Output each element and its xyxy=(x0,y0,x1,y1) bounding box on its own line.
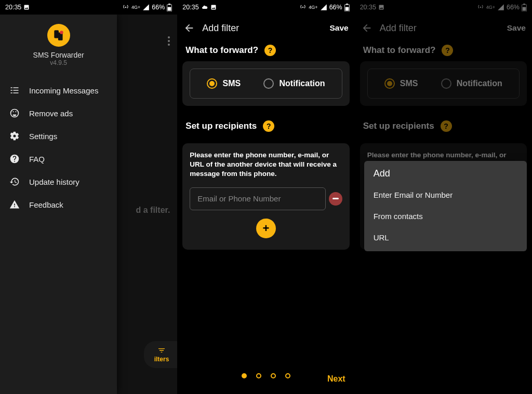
what-panel: SMS Notification xyxy=(182,61,349,106)
hotspot-icon xyxy=(477,4,484,11)
drawer-item-label: Incoming Messages xyxy=(29,86,98,95)
page-title: Add filter xyxy=(202,23,322,34)
nav-drawer: SMS Forwarder v4.9.5 Incoming Messages R… xyxy=(0,15,117,394)
popup-item-contacts[interactable]: From contacts xyxy=(374,206,517,227)
save-button[interactable]: Save xyxy=(329,23,348,33)
signal-icon xyxy=(320,4,327,11)
drawer-item-settings[interactable]: Settings xyxy=(0,125,117,147)
radio-indicator xyxy=(384,78,395,89)
what-title: What to forward? xyxy=(363,45,436,56)
status-time: 20:35 xyxy=(360,4,376,11)
drawer-item-feedback[interactable]: Feedback xyxy=(0,193,117,216)
gear-icon xyxy=(9,131,20,141)
help-icon[interactable]: ? xyxy=(263,120,274,132)
drawer-item-history[interactable]: Update history xyxy=(0,170,117,193)
add-popup: Add Enter Email or Number From contacts … xyxy=(364,161,527,251)
radio-indicator xyxy=(263,78,274,89)
picture-icon xyxy=(378,4,384,10)
drawer-item-label: Remove ads xyxy=(29,109,73,118)
radio-sms[interactable]: SMS xyxy=(384,78,418,89)
drawer-header: SMS Forwarder v4.9.5 xyxy=(0,15,117,74)
status-time: 20:35 xyxy=(182,4,198,11)
drawer-item-label: Settings xyxy=(29,132,57,141)
peek-empty-text: d a filter. xyxy=(136,206,170,215)
recipients-title: Set up recipients xyxy=(363,121,434,131)
radio-notification[interactable]: Notification xyxy=(263,78,325,89)
battery-icon xyxy=(167,4,172,11)
hotspot-icon xyxy=(122,4,129,11)
picture-icon xyxy=(210,4,217,10)
recipients-card: Please enter the phone number, e-mail, o… xyxy=(182,143,349,250)
what-title: What to forward? xyxy=(185,45,258,56)
smile-icon xyxy=(9,108,20,118)
network-label: 4G+ xyxy=(309,5,317,10)
list-icon xyxy=(9,85,20,96)
what-panel: SMS Notification xyxy=(360,61,527,106)
app-name: SMS Forwarder xyxy=(0,51,117,59)
save-button[interactable]: Save xyxy=(507,23,526,33)
radio-notification[interactable]: Notification xyxy=(441,78,502,89)
screen-add-filter-popup: 20:35 4G+ 66% Add filter Save What to fo… xyxy=(355,0,532,394)
hotspot-icon xyxy=(299,4,307,11)
topbar: Add filter Save xyxy=(355,15,532,42)
pager-dots xyxy=(242,373,290,378)
topbar: Add filter Save xyxy=(177,15,354,42)
radio-indicator xyxy=(441,78,451,89)
what-section-header: What to forward? ? xyxy=(355,42,532,61)
drawer-item-incoming[interactable]: Incoming Messages xyxy=(0,79,117,102)
back-button[interactable] xyxy=(183,22,195,34)
drawer-item-faq[interactable]: FAQ xyxy=(0,147,117,170)
svg-rect-8 xyxy=(345,7,349,10)
radio-label: SMS xyxy=(400,79,418,88)
radio-label: Notification xyxy=(279,79,325,88)
recipients-section-header: Set up recipients ? xyxy=(177,117,354,137)
svg-point-5 xyxy=(60,31,63,34)
svg-rect-10 xyxy=(523,4,525,5)
app-icon xyxy=(47,24,70,47)
warning-icon xyxy=(9,199,20,210)
radio-sms[interactable]: SMS xyxy=(207,78,241,89)
recipient-input[interactable] xyxy=(190,187,325,210)
battery-pct: 66% xyxy=(329,4,342,11)
battery-pct: 66% xyxy=(152,4,165,11)
add-recipient-button[interactable] xyxy=(256,219,276,238)
drawer-item-removeads[interactable]: Remove ads xyxy=(0,102,117,125)
cloud-icon xyxy=(201,4,208,10)
back-button[interactable] xyxy=(361,22,373,34)
what-section-header: What to forward? ? xyxy=(177,42,354,61)
help-icon[interactable]: ? xyxy=(264,45,276,56)
history-icon xyxy=(9,176,20,187)
drawer-item-label: FAQ xyxy=(29,155,45,164)
next-button[interactable]: Next xyxy=(327,374,345,384)
recipients-title: Set up recipients xyxy=(185,121,257,131)
popup-item-url[interactable]: URL xyxy=(374,227,517,248)
recipients-description: Please enter the phone number, e-mail, o… xyxy=(190,151,342,179)
svg-rect-2 xyxy=(168,7,171,10)
status-bar: 20:35 4G+ 66% xyxy=(355,0,532,15)
popup-item-enter[interactable]: Enter Email or Number xyxy=(374,184,517,206)
network-label: 4G+ xyxy=(131,5,140,10)
app-version: v4.9.5 xyxy=(0,59,117,66)
drawer-item-label: Feedback xyxy=(29,200,63,209)
status-time: 20:35 xyxy=(5,4,21,11)
signal-icon xyxy=(142,4,150,11)
help-icon[interactable]: ? xyxy=(442,45,453,56)
radio-label: Notification xyxy=(457,79,502,88)
overflow-menu-icon[interactable] xyxy=(168,36,170,46)
svg-rect-3 xyxy=(54,30,59,38)
radio-indicator xyxy=(207,78,217,89)
remove-recipient-button[interactable] xyxy=(329,192,342,206)
svg-rect-1 xyxy=(168,4,170,5)
recipients-section-header: Set up recipients ? xyxy=(355,117,532,137)
filters-pill[interactable]: ilters xyxy=(144,341,178,368)
svg-rect-7 xyxy=(346,4,348,5)
help-icon[interactable]: ? xyxy=(441,120,452,132)
funnel-icon xyxy=(157,346,166,355)
drawer-item-label: Update history xyxy=(29,178,79,186)
svg-rect-11 xyxy=(523,7,526,10)
filters-label: ilters xyxy=(154,356,169,363)
network-label: 4G+ xyxy=(486,5,495,10)
picture-icon xyxy=(23,4,30,10)
battery-pct: 66% xyxy=(507,4,520,11)
page-title: Add filter xyxy=(380,23,500,34)
